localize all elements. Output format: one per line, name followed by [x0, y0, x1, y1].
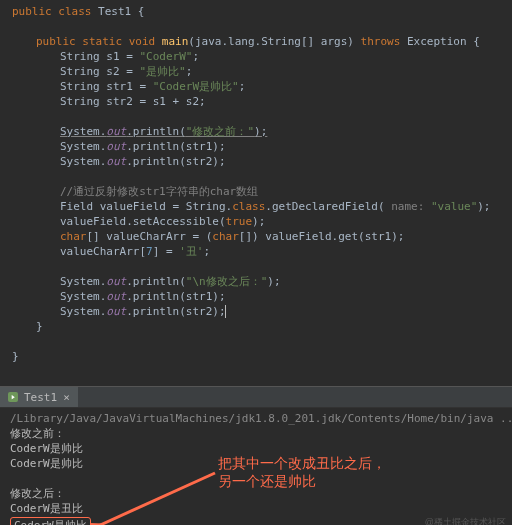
- brace: {: [131, 5, 144, 18]
- close: );: [267, 275, 280, 288]
- semi: ;: [186, 65, 193, 78]
- code: String s2 =: [60, 65, 139, 78]
- string: "\n修改之后：": [186, 275, 268, 288]
- code: String str1 =: [60, 80, 153, 93]
- blank-line: [12, 259, 512, 274]
- kw: char: [212, 230, 239, 243]
- out: out: [106, 155, 126, 168]
- sys: System.: [60, 140, 106, 153]
- blank-line: [12, 334, 512, 349]
- code: Field valueField = String.: [60, 200, 232, 213]
- string: "是帅比": [139, 65, 185, 78]
- close: );: [477, 200, 490, 213]
- blank-line: [12, 169, 512, 184]
- code: []) valueField.get(str1);: [239, 230, 405, 243]
- run-tab[interactable]: Test1 ×: [0, 387, 78, 407]
- string: "修改之前：": [186, 125, 254, 138]
- run-icon: [8, 392, 18, 402]
- kw: public class: [12, 5, 98, 18]
- blank-line: [12, 19, 512, 34]
- call: .println(str2);: [126, 155, 225, 168]
- string: "value": [431, 200, 477, 213]
- annotation-line2: 另一个还是帅比: [218, 472, 386, 490]
- code: ] =: [153, 245, 180, 258]
- code: valueCharArr[: [60, 245, 146, 258]
- kw: throws: [354, 35, 407, 48]
- code: [] valueCharArr = (: [87, 230, 213, 243]
- number: 7: [146, 245, 153, 258]
- out: out: [106, 125, 126, 138]
- code-editor[interactable]: public class Test1 { public static void …: [0, 0, 512, 387]
- call: .println(str2);: [126, 305, 225, 318]
- close: );: [254, 125, 267, 138]
- exc: Exception {: [407, 35, 480, 48]
- method-main: main: [162, 35, 189, 48]
- call: .println(: [126, 125, 186, 138]
- code: valueField.setAccessible(: [60, 215, 226, 228]
- sys: System.: [60, 290, 106, 303]
- sys: System.: [60, 275, 106, 288]
- args: (java.lang.String[] args): [188, 35, 354, 48]
- sys: System.: [60, 125, 106, 138]
- code: String s1 =: [60, 50, 139, 63]
- out: out: [106, 275, 126, 288]
- call: .println(str1);: [126, 140, 225, 153]
- sys: System.: [60, 305, 106, 318]
- hint: name:: [385, 200, 431, 213]
- watermark: @稀土掘金技术社区: [425, 516, 506, 525]
- tab-label: Test1: [24, 391, 57, 404]
- semi: ;: [203, 245, 210, 258]
- console-command: /Library/Java/JavaVirtualMachines/jdk1.8…: [10, 411, 504, 426]
- close: );: [252, 215, 265, 228]
- out: out: [106, 305, 126, 318]
- brace: }: [36, 320, 43, 333]
- svg-line-0: [98, 473, 215, 525]
- blank-line: [12, 109, 512, 124]
- class-name: Test1: [98, 5, 131, 18]
- call: .getDeclaredField(: [265, 200, 384, 213]
- string: "CoderW": [139, 50, 192, 63]
- semi: ;: [192, 50, 199, 63]
- sys: System.: [60, 155, 106, 168]
- comment: //通过反射修改str1字符串的char数组: [60, 185, 258, 198]
- char: '丑': [179, 245, 203, 258]
- out: out: [106, 140, 126, 153]
- cursor: [225, 305, 226, 318]
- annotation-text: 把其中一个改成丑比之后， 另一个还是帅比: [218, 454, 386, 490]
- console-line: 修改之前：: [10, 426, 504, 441]
- console-output[interactable]: /Library/Java/JavaVirtualMachines/jdk1.8…: [0, 408, 512, 525]
- call: .println(: [126, 275, 186, 288]
- kw: true: [226, 215, 253, 228]
- string: "CoderW是帅比": [153, 80, 239, 93]
- out: out: [106, 290, 126, 303]
- close-icon[interactable]: ×: [63, 391, 70, 404]
- arrow-annotation: [90, 468, 220, 525]
- kw: class: [232, 200, 265, 213]
- call: .println(str1);: [126, 290, 225, 303]
- run-tab-bar: Test1 ×: [0, 387, 512, 408]
- highlighted-output: CoderW是帅比: [10, 517, 91, 525]
- kw: public static void: [36, 35, 162, 48]
- console-line: CoderW是丑比: [10, 501, 504, 516]
- annotation-line1: 把其中一个改成丑比之后，: [218, 454, 386, 472]
- kw: char: [60, 230, 87, 243]
- brace: }: [12, 350, 19, 363]
- code: String str2 = s1 + s2;: [60, 95, 206, 108]
- semi: ;: [239, 80, 246, 93]
